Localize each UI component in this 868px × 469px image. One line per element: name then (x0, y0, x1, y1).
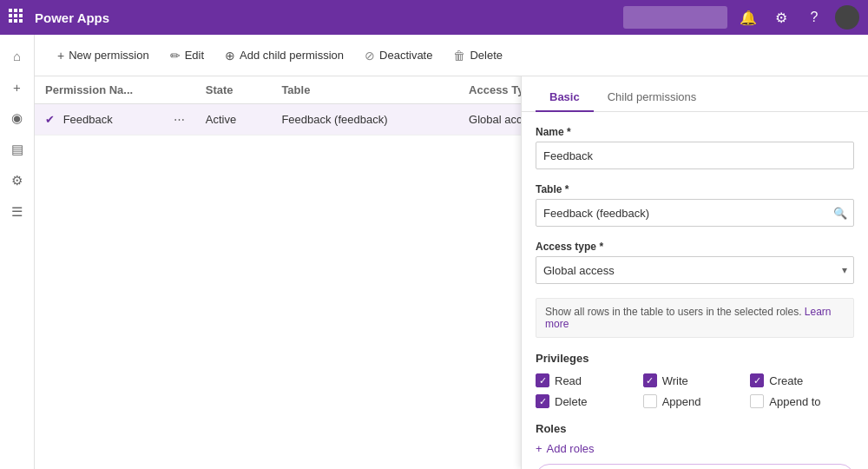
topbar: Power Apps 🔔 ⚙ ? (0, 0, 868, 35)
info-box: Show all rows in the table to users in t… (536, 298, 854, 338)
new-permission-button[interactable]: + New permission (49, 44, 158, 67)
grid-icon (9, 9, 23, 26)
sidebar-icon-home[interactable]: ⌂ (3, 42, 31, 69)
row-name: ✔ Feedback ⋯ (35, 104, 195, 135)
access-type-field-group: Access type * Global access Organization… (536, 241, 854, 284)
roles-group: Roles + Add roles 👥 Administrators ⋯ (536, 422, 854, 469)
privilege-append: Append (643, 394, 747, 408)
notification-icon[interactable]: 🔔 (736, 5, 760, 30)
privilege-read: Read (536, 373, 640, 387)
access-type-select-wrap: Global access Organization access Busine… (536, 256, 854, 284)
access-type-label: Access type * (536, 241, 854, 253)
svg-rect-1 (14, 9, 17, 12)
privilege-create: Create (750, 373, 854, 387)
delete-icon: 🗑 (453, 49, 465, 63)
detail-panel: Feedback ✕ Basic Child permissions Name … (521, 76, 868, 469)
row-actions-icon[interactable]: ⋯ (174, 113, 185, 126)
privilege-delete: Delete (536, 394, 640, 408)
col-table: Table (271, 76, 458, 104)
settings-icon[interactable]: ⚙ (769, 5, 793, 30)
row-state: Active (195, 104, 272, 135)
search-icon: 🔍 (833, 207, 847, 220)
read-checkbox[interactable] (536, 373, 549, 387)
topbar-search[interactable] (623, 6, 727, 29)
edit-button[interactable]: ✏ Edit (161, 44, 213, 67)
app-title: Power Apps (35, 10, 109, 25)
delete-checkbox[interactable] (536, 394, 549, 408)
row-table: Feedback (feedback) (271, 104, 458, 135)
privileges-grid: Read Write Create (536, 373, 854, 408)
svg-rect-2 (19, 9, 23, 12)
sidebar-icon-add[interactable]: + (3, 73, 31, 101)
tab-basic[interactable]: Basic (536, 83, 594, 112)
col-state: State (195, 76, 272, 104)
user-avatar[interactable] (835, 5, 859, 30)
svg-rect-3 (9, 14, 12, 17)
sidebar-icon-settings[interactable]: ⚙ (3, 167, 31, 195)
add-roles-button[interactable]: + Add roles (536, 442, 595, 455)
append-checkbox[interactable] (643, 394, 657, 408)
row-check-icon: ✔ (45, 113, 55, 126)
table-area: Permission Na... State Table Access Type… (35, 76, 868, 469)
privilege-write: Write (643, 373, 747, 387)
table-input[interactable] (536, 199, 854, 227)
table-field-group: Table * 🔍 (536, 183, 854, 227)
table-search-wrap: 🔍 (536, 199, 854, 227)
privileges-title: Privileges (536, 352, 854, 365)
write-checkbox[interactable] (643, 373, 657, 387)
svg-rect-7 (14, 19, 17, 23)
privileges-group: Privileges Read Write (536, 352, 854, 408)
sidebar-icon-apps[interactable]: ◉ (3, 104, 31, 132)
main-layout: ⌂ + ◉ ▤ ⚙ ☰ + New permission ✏ Edit ⊕ Ad… (0, 35, 868, 469)
privilege-append-to: Append to (750, 394, 854, 408)
svg-rect-5 (19, 14, 23, 17)
append-to-checkbox[interactable] (750, 394, 764, 408)
content-area: + New permission ✏ Edit ⊕ Add child perm… (35, 35, 868, 469)
toolbar: + New permission ✏ Edit ⊕ Add child perm… (35, 35, 868, 76)
access-type-select[interactable]: Global access Organization access Busine… (536, 256, 854, 284)
svg-rect-8 (19, 19, 23, 23)
help-icon[interactable]: ? (802, 5, 826, 30)
add-child-permission-button[interactable]: ⊕ Add child permission (216, 44, 352, 67)
name-field-group: Name * (536, 126, 854, 169)
panel-header: Feedback ✕ Basic Child permissions (522, 76, 868, 112)
panel-tabs: Basic Child permissions (536, 83, 854, 111)
name-label: Name * (536, 126, 854, 138)
sidebar-icon-table[interactable]: ▤ (3, 135, 31, 163)
roles-title: Roles (536, 422, 854, 435)
add-child-icon: ⊕ (225, 49, 235, 63)
name-input[interactable] (536, 142, 854, 169)
svg-rect-4 (14, 14, 17, 17)
delete-button[interactable]: 🗑 Delete (444, 44, 511, 67)
plus-icon: + (536, 442, 542, 455)
tab-child-permissions[interactable]: Child permissions (594, 83, 711, 112)
sidebar-icon-list[interactable]: ☰ (3, 198, 31, 226)
panel-body: Name * Table * 🔍 Access type * (522, 112, 868, 469)
col-permission-name: Permission Na... (35, 76, 195, 104)
table-label: Table * (536, 183, 854, 195)
svg-rect-0 (9, 9, 12, 12)
create-checkbox[interactable] (750, 373, 764, 387)
edit-icon: ✏ (170, 49, 181, 63)
role-administrators: 👥 Administrators ⋯ (536, 464, 854, 469)
plus-icon: + (57, 49, 64, 63)
deactivate-button[interactable]: ⊘ Deactivate (356, 44, 441, 67)
svg-rect-6 (9, 19, 12, 23)
sidebar: ⌂ + ◉ ▤ ⚙ ☰ (0, 35, 35, 469)
deactivate-icon: ⊘ (365, 49, 375, 63)
